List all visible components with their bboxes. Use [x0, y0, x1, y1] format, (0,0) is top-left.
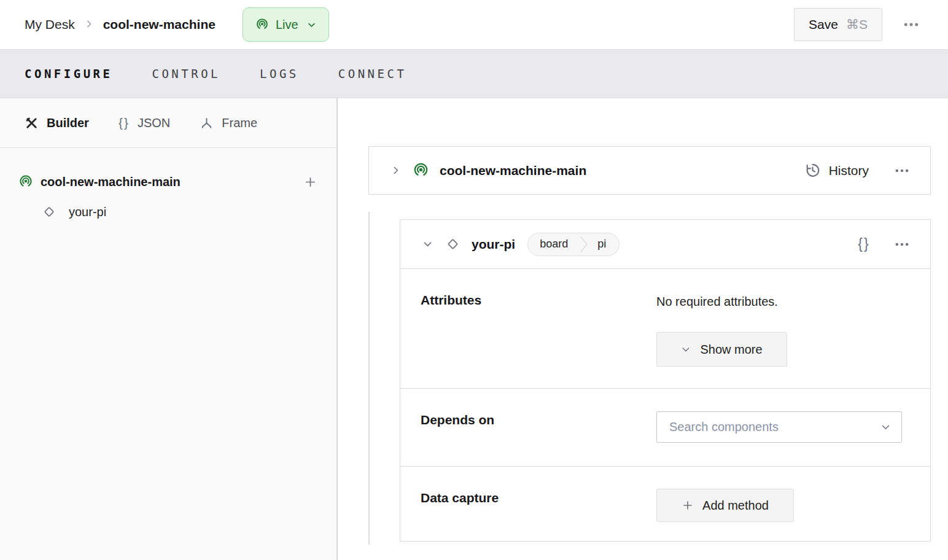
- tree-item-machine[interactable]: cool-new-machine-main: [0, 166, 336, 198]
- chevron-right-icon: [390, 165, 401, 176]
- machine-live-icon: [255, 18, 269, 31]
- component-card-menu-button[interactable]: [890, 232, 914, 257]
- depends-on-placeholder: Search components: [669, 420, 779, 434]
- collapse-component-card-button[interactable]: [419, 236, 435, 252]
- machine-card-title: cool-new-machine-main: [440, 163, 586, 178]
- ellipsis-icon: [893, 162, 911, 179]
- primary-nav: CONFIGURE CONTROL LOGS CONNECT: [0, 50, 948, 98]
- tab-configure[interactable]: CONFIGURE: [25, 67, 112, 80]
- depends-on-select[interactable]: Search components: [656, 411, 902, 443]
- tree-item-your-pi[interactable]: your-pi: [0, 198, 336, 226]
- tree-item-label: your-pi: [69, 205, 106, 219]
- breadcrumb-current: cool-new-machine: [103, 17, 216, 32]
- machine-live-icon: [413, 162, 429, 179]
- data-capture-section: Data capture Add method: [400, 466, 930, 542]
- tree-item-label: cool-new-machine-main: [41, 175, 293, 189]
- view-tab-frame[interactable]: Frame: [200, 116, 257, 130]
- component-card-your-pi: your-pi board pi {} Attributes No requir…: [400, 219, 931, 542]
- plus-icon: [682, 499, 694, 511]
- tab-control[interactable]: CONTROL: [152, 67, 220, 80]
- component-tree: cool-new-machine-main your-pi: [0, 148, 336, 226]
- machine-live-icon: [18, 174, 33, 189]
- chevron-down-icon: [307, 20, 316, 29]
- history-button-label: History: [829, 163, 869, 178]
- save-button-label: Save: [809, 17, 838, 32]
- add-component-button[interactable]: [301, 173, 319, 191]
- history-button[interactable]: History: [804, 162, 869, 179]
- ellipsis-icon: [902, 15, 920, 34]
- expand-machine-card-button[interactable]: [387, 163, 403, 179]
- badge-separator-icon: [580, 233, 588, 256]
- tab-connect[interactable]: CONNECT: [338, 67, 407, 80]
- view-tab-label: Frame: [222, 116, 257, 130]
- braces-icon: {}: [118, 115, 130, 130]
- status-badge-label: Live: [276, 18, 298, 32]
- app-header: My Desk cool-new-machine Live Save ⌘S: [0, 0, 948, 50]
- component-diamond-icon: [42, 204, 56, 219]
- component-model: pi: [588, 238, 619, 251]
- component-type: board: [528, 238, 580, 251]
- save-shortcut: ⌘S: [846, 17, 868, 32]
- show-more-button[interactable]: Show more: [656, 332, 787, 367]
- breadcrumb-parent[interactable]: My Desk: [25, 17, 75, 32]
- view-tab-label: Builder: [47, 116, 89, 130]
- breadcrumb: My Desk cool-new-machine: [25, 17, 216, 32]
- ellipsis-icon: [893, 236, 911, 253]
- view-tab-json[interactable]: {} JSON: [118, 115, 170, 130]
- tree-indent-line: [368, 212, 370, 545]
- depends-on-label: Depends on: [421, 413, 494, 427]
- component-card-title: your-pi: [472, 237, 515, 252]
- component-card-header: your-pi board pi {}: [400, 220, 930, 269]
- history-icon: [804, 162, 821, 179]
- data-capture-label: Data capture: [421, 491, 499, 505]
- component-diamond-icon: [445, 236, 460, 252]
- breadcrumb-separator-icon: [84, 17, 94, 32]
- attributes-section: Attributes No required attributes. Show …: [400, 269, 930, 388]
- attributes-label: Attributes: [421, 293, 481, 308]
- machine-card-menu-button[interactable]: [890, 158, 914, 183]
- view-tab-builder[interactable]: Builder: [25, 116, 89, 130]
- chevron-down-icon: [681, 344, 691, 354]
- depends-on-section: Depends on Search components: [400, 388, 930, 466]
- chevron-down-icon: [422, 239, 433, 249]
- frame-axes-icon: [200, 116, 214, 130]
- machine-status-badge[interactable]: Live: [243, 7, 329, 42]
- save-button[interactable]: Save ⌘S: [794, 8, 882, 41]
- view-tab-label: JSON: [138, 116, 170, 130]
- builder-tools-icon: [25, 116, 39, 130]
- braces-icon: {}: [858, 236, 869, 252]
- tab-logs[interactable]: LOGS: [260, 67, 299, 80]
- component-type-badge: board pi: [527, 233, 620, 256]
- attributes-empty-text: No required attributes.: [656, 295, 778, 309]
- add-method-button[interactable]: Add method: [656, 489, 794, 522]
- json-view-button[interactable]: {}: [853, 233, 875, 255]
- header-menu-button[interactable]: [898, 11, 925, 38]
- config-view-tabs: Builder {} JSON Frame: [0, 98, 336, 148]
- plus-icon: [303, 175, 317, 189]
- machine-card: cool-new-machine-main History: [368, 146, 931, 195]
- chevron-down-icon: [880, 422, 891, 432]
- config-sidebar: Builder {} JSON Frame: [0, 98, 338, 560]
- add-method-label: Add method: [702, 499, 769, 513]
- show-more-label: Show more: [700, 343, 762, 357]
